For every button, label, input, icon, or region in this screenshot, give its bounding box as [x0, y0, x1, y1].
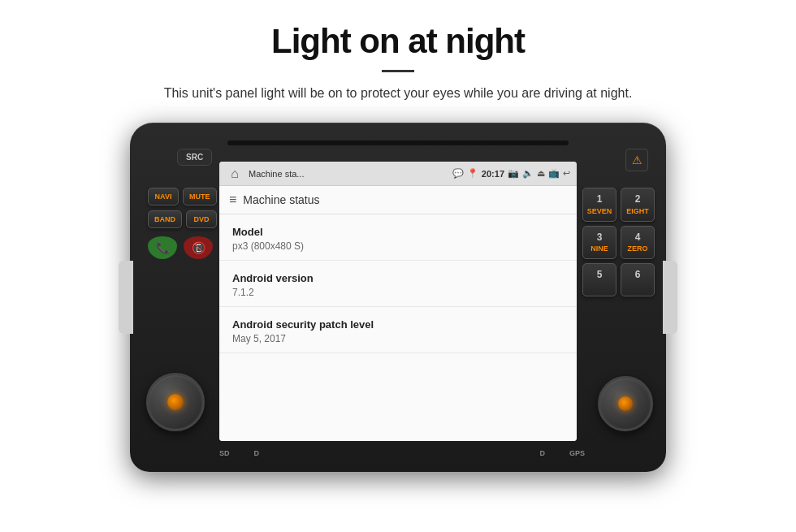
- side-tab-right: [663, 261, 677, 334]
- app-toolbar-title: Machine status: [243, 193, 319, 206]
- call-buttons: 📞 📵: [148, 236, 217, 259]
- left-ports: SD D: [219, 449, 259, 457]
- header-divider: [382, 70, 414, 72]
- security-patch-row: Android security patch level May 5, 2017: [219, 307, 577, 353]
- home-icon[interactable]: ⌂: [226, 165, 244, 183]
- statusbar-appname: Machine sta...: [249, 169, 448, 179]
- model-value: px3 (800x480 S): [232, 240, 564, 252]
- mute-button[interactable]: MUTE: [183, 188, 217, 205]
- vol-icon: 🔈: [522, 168, 534, 179]
- gps-port-label: GPS: [569, 449, 585, 457]
- num-btn-5[interactable]: 5: [582, 263, 616, 296]
- num-btn-zero[interactable]: 4ZERO: [621, 226, 655, 259]
- cd-slot: [227, 141, 569, 145]
- model-label: Model: [232, 226, 564, 238]
- call-decline-button[interactable]: 📵: [184, 236, 213, 259]
- dvd-button[interactable]: DVD: [186, 210, 217, 228]
- side-tab-left: [119, 261, 133, 334]
- num-btn-6[interactable]: 6: [621, 263, 655, 296]
- screen-icon: 📺: [548, 168, 560, 179]
- statusbar-time: 20:17: [482, 169, 504, 179]
- statusbar-icons: 💬 📍 20:17 📷 🔈 ⏏ 📺 ↩: [452, 168, 570, 179]
- android-screen: ⌂ Machine sta... 💬 📍 20:17 📷 🔈 ⏏ 📺 ↩ ≡: [219, 162, 577, 441]
- security-patch-label: Android security patch level: [232, 318, 564, 331]
- left-controls: NAVI MUTE BAND DVD 📞 📵: [148, 188, 217, 259]
- navi-button[interactable]: NAVI: [148, 188, 179, 205]
- car-stereo-unit: SRC NAVI MUTE BAND DVD 📞 📵 ⚠ 1SEVEN 2EIG…: [130, 123, 666, 472]
- page-title: Light on at night: [65, 23, 731, 60]
- alert-button[interactable]: ⚠: [625, 149, 648, 171]
- back-icon: ↩: [563, 168, 570, 179]
- app-content: ≡ Machine status Model px3 (800x480 S) A…: [219, 186, 577, 441]
- android-version-value: 7.1.2: [232, 287, 564, 298]
- num-btn-eight[interactable]: 2EIGHT: [621, 188, 655, 221]
- security-patch-value: May 5, 2017: [232, 333, 564, 344]
- android-statusbar: ⌂ Machine sta... 💬 📍 20:17 📷 🔈 ⏏ 📺 ↩: [219, 162, 577, 186]
- header-description: This unit's panel light will be on to pr…: [65, 84, 731, 103]
- band-button[interactable]: BAND: [148, 210, 182, 228]
- src-button[interactable]: SRC: [177, 149, 212, 166]
- right-ports: D GPS: [539, 449, 585, 457]
- unit-wrapper: SRC NAVI MUTE BAND DVD 📞 📵 ⚠ 1SEVEN 2EIG…: [0, 123, 796, 472]
- navi-mute-group: NAVI MUTE: [148, 188, 217, 205]
- band-dvd-group: BAND DVD: [148, 210, 217, 228]
- num-btn-nine[interactable]: 3NINE: [582, 226, 616, 259]
- location-icon: 📍: [467, 168, 478, 179]
- chat-icon: 💬: [452, 168, 464, 179]
- d-port-label: D: [254, 449, 260, 457]
- app-toolbar: ≡ Machine status: [219, 186, 577, 214]
- num-btn-seven[interactable]: 1SEVEN: [582, 188, 616, 221]
- numpad: 1SEVEN 2EIGHT 3NINE 4ZERO 5 6: [582, 188, 655, 296]
- camera-icon: 📷: [508, 168, 519, 179]
- page-header: Light on at night This unit's panel ligh…: [0, 0, 796, 115]
- menu-icon[interactable]: ≡: [229, 192, 236, 207]
- d-port-right-label: D: [539, 449, 545, 457]
- eject-icon: ⏏: [537, 168, 545, 179]
- android-version-label: Android version: [232, 272, 564, 284]
- call-accept-button[interactable]: 📞: [148, 236, 177, 259]
- model-row: Model px3 (800x480 S): [219, 214, 577, 261]
- sd-port-label: SD: [219, 449, 230, 457]
- tune-knob[interactable]: [598, 376, 653, 431]
- android-version-row: Android version 7.1.2: [219, 261, 577, 307]
- volume-knob[interactable]: [146, 373, 205, 431]
